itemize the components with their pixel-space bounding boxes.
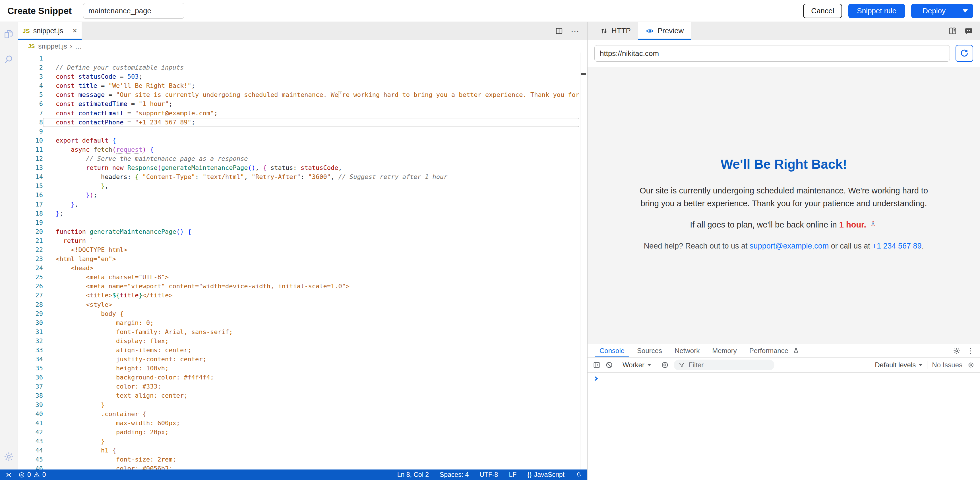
devtools-settings-gear-icon[interactable] <box>953 347 961 355</box>
code-line[interactable]: 21 return ` <box>18 236 587 246</box>
code-line[interactable]: 19 <box>18 218 587 227</box>
tab-http[interactable]: HTTP <box>593 22 638 40</box>
code-line[interactable]: 37 color: #333; <box>18 382 587 391</box>
support-email-link[interactable]: support@example.com <box>749 242 829 250</box>
chevron-down-icon <box>919 364 923 366</box>
console-output[interactable] <box>587 373 980 480</box>
problems-indicator[interactable]: 0 0 <box>18 471 46 478</box>
close-icon[interactable]: × <box>73 27 77 35</box>
issues-counter[interactable]: No Issues <box>932 361 963 369</box>
search-icon[interactable] <box>4 54 14 65</box>
code-line[interactable]: 40 .container { <box>18 410 587 419</box>
code-line[interactable]: 15 }, <box>18 182 587 190</box>
code-line[interactable]: 22 <!DOCTYPE html> <box>18 246 587 255</box>
code-line[interactable]: 27 <title>${title}</title> <box>18 291 587 300</box>
code-line[interactable]: 23<html lang="en"> <box>18 255 587 264</box>
breadcrumb[interactable]: JS snippet.js › … <box>18 40 587 52</box>
code-line[interactable]: 14 headers: { "Content-Type": "text/html… <box>18 173 587 182</box>
code-line[interactable]: 17 }, <box>18 200 587 209</box>
code-line[interactable]: 42 padding: 20px; <box>18 428 587 437</box>
code-line[interactable]: 28 <style> <box>18 300 587 309</box>
code-line[interactable]: 35 height: 100vh; <box>18 364 587 373</box>
context-selector[interactable]: Worker <box>622 361 651 369</box>
code-line[interactable]: 34 justify-content: center; <box>18 355 587 364</box>
refresh-button[interactable] <box>956 45 973 62</box>
warning-count: 0 <box>42 471 46 478</box>
code-line[interactable]: 46 color: #0056b3; <box>18 464 587 469</box>
tab-preview[interactable]: Preview <box>638 22 691 40</box>
phone-link[interactable]: +1 234 567 89 <box>872 242 921 250</box>
code-line[interactable]: 1 <box>18 54 587 63</box>
tab-network[interactable]: Network <box>668 344 706 357</box>
breadcrumb-more[interactable]: … <box>75 42 82 50</box>
console-sidebar-toggle-icon[interactable] <box>593 361 601 369</box>
kebab-menu-icon[interactable]: ⋮ <box>967 347 974 355</box>
remote-indicator-icon[interactable] <box>5 472 12 478</box>
code-line[interactable]: 24 <head> <box>18 264 587 272</box>
code-line[interactable]: 30 margin: 0; <box>18 318 587 328</box>
code-line[interactable]: 20function generateMaintenancePage() { <box>18 227 587 236</box>
tab-sources[interactable]: Sources <box>631 344 668 357</box>
code-line[interactable]: 6const estimatedTime = "1 hour"; <box>18 100 587 108</box>
files-icon[interactable] <box>3 29 14 40</box>
code-line[interactable]: 25 <meta charset="UTF-8"> <box>18 272 587 282</box>
code-line[interactable]: 39 } <box>18 401 587 410</box>
code-line[interactable]: 16 }); <box>18 190 587 200</box>
console-settings-gear-icon[interactable] <box>967 361 975 369</box>
code-editor[interactable]: 12// Define your customizable inputs3con… <box>18 52 587 469</box>
code-line[interactable]: 32 display: flex; <box>18 337 587 346</box>
more-actions-icon[interactable]: ⋯ <box>571 26 580 36</box>
breadcrumb-file[interactable]: snippet.js <box>38 42 67 50</box>
cancel-button[interactable]: Cancel <box>803 4 842 18</box>
line-number: 30 <box>18 318 43 328</box>
code-line[interactable]: 2// Define your customizable inputs <box>18 63 587 72</box>
discord-icon[interactable] <box>964 27 973 35</box>
console-prompt-chevron-icon <box>594 375 599 382</box>
tab-snippet-js[interactable]: JS snippet.js × <box>18 22 82 40</box>
code-line[interactable]: 43 } <box>18 437 587 446</box>
code-line[interactable]: 3const statusCode = 503; <box>18 72 587 81</box>
code-line[interactable]: 38 text-align: center; <box>18 391 587 400</box>
code-line[interactable]: 11 async fetch(request) { <box>18 145 587 154</box>
encoding[interactable]: UTF-8 <box>479 471 498 478</box>
code-line[interactable]: 13 return new Response(generateMaintenan… <box>18 163 587 173</box>
notifications-bell-icon[interactable] <box>575 472 582 478</box>
language-mode[interactable]: {} JavaScript <box>527 471 565 478</box>
docs-book-icon[interactable] <box>948 27 957 35</box>
clear-console-icon[interactable] <box>605 361 613 369</box>
code-line[interactable]: 36 background-color: #f4f4f4; <box>18 373 587 382</box>
code-line[interactable]: 5const message = "Our site is currently … <box>18 90 587 100</box>
deploy-dropdown-button[interactable] <box>957 4 973 18</box>
code-line[interactable]: 4const title = "We'll Be Right Back!"; <box>18 81 587 90</box>
preview-url-input[interactable] <box>594 45 950 62</box>
code-line[interactable]: 45 font-size: 2rem; <box>18 455 587 464</box>
indentation[interactable]: Spaces: 4 <box>440 471 469 478</box>
deploy-button[interactable]: Deploy <box>911 4 957 18</box>
live-expression-eye-icon[interactable] <box>661 361 669 369</box>
split-editor-icon[interactable] <box>555 27 563 35</box>
eol-sequence[interactable]: LF <box>509 471 517 478</box>
code-line[interactable]: 10export default { <box>18 136 587 145</box>
code-line[interactable]: 8const contactPhone = "+1 234 567 89"; <box>18 118 587 127</box>
snippet-rule-button[interactable]: Snippet rule <box>848 4 905 18</box>
editor-scrollbar[interactable] <box>580 52 587 469</box>
settings-gear-icon[interactable] <box>3 451 14 462</box>
code-line[interactable]: 26 <meta name="viewport" content="width=… <box>18 282 587 291</box>
code-line[interactable]: 33 align-items: center; <box>18 346 587 355</box>
code-line[interactable]: 9 <box>18 127 587 136</box>
code-line[interactable]: 44 h1 { <box>18 446 587 455</box>
code-line[interactable]: 41 max-width: 600px; <box>18 419 587 428</box>
snippet-name-input[interactable] <box>83 3 184 19</box>
code-line[interactable]: 18}; <box>18 209 587 218</box>
code-line[interactable]: 29 body { <box>18 309 587 318</box>
filter-input[interactable] <box>688 361 770 369</box>
tab-memory[interactable]: Memory <box>706 344 743 357</box>
console-filter[interactable] <box>674 360 775 371</box>
code-line[interactable]: 31 font-family: Arial, sans-serif; <box>18 328 587 337</box>
tab-performance[interactable]: Performance <box>743 344 795 357</box>
code-line[interactable]: 7const contactEmail = "support@example.c… <box>18 109 587 118</box>
cursor-position[interactable]: Ln 8, Col 2 <box>397 471 429 478</box>
tab-console[interactable]: Console <box>593 344 631 357</box>
log-levels-selector[interactable]: Default levels <box>875 361 923 369</box>
code-line[interactable]: 12 // Serve the maintenance page as a re… <box>18 154 587 163</box>
